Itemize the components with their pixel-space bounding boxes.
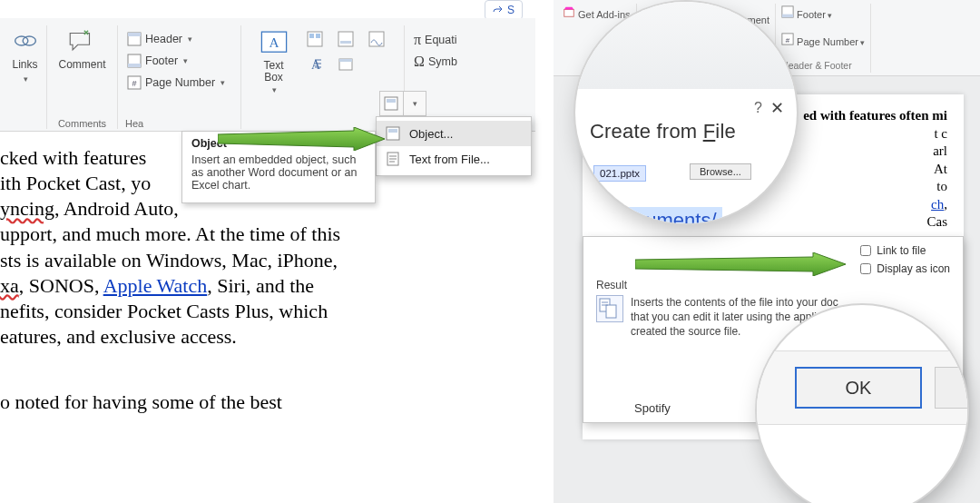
display-as-icon-label: Display as icon	[877, 262, 950, 275]
right-doc-line: to	[936, 179, 947, 193]
object-icon	[386, 126, 400, 141]
blank-cell	[300, 78, 329, 102]
filename-field[interactable]: 021.pptx	[593, 165, 646, 182]
right-doc-line: ed with features often mi	[803, 108, 947, 123]
comment-label: Comment	[58, 58, 105, 71]
omega-icon: Ω	[414, 54, 425, 70]
header-label: Header	[145, 33, 182, 45]
links-label: Links	[12, 58, 37, 71]
date-time-icon	[338, 56, 354, 73]
ribbon-group-links: Links ▾	[4, 25, 47, 129]
page-number-label: Page Number	[145, 76, 215, 89]
dialog-result-header: Result	[596, 279, 950, 291]
svg-text:#: #	[132, 79, 136, 88]
symbol-label: Symb	[428, 55, 457, 68]
menu-item-object[interactable]: Object...	[377, 121, 531, 146]
wordart-button[interactable]	[331, 27, 360, 51]
chevron-down-icon: ▾	[272, 85, 277, 94]
chevron-down-icon: ▾	[220, 78, 225, 87]
chevron-down-icon: ▾	[183, 56, 188, 65]
link-to-file-checkbox[interactable]: Link to file	[860, 244, 950, 257]
ribbon-group-header-footer: Header▾ Footer▾ # Page Number▾ Hea	[118, 25, 241, 129]
get-addins-label: Get Add-ins	[578, 9, 630, 20]
ribbon: Links ▾ Comment Comments Header▾ Footer▾	[0, 18, 535, 132]
chevron-down-icon: ▾	[24, 74, 28, 84]
wordart-icon	[338, 31, 354, 47]
header-button[interactable]: Header▾	[123, 29, 229, 49]
browse-button[interactable]: Browse...	[690, 163, 751, 180]
share-button[interactable]: S	[485, 0, 523, 20]
page-number-icon: #	[127, 75, 142, 90]
svg-rect-18	[339, 59, 352, 62]
footer-button[interactable]: Footer▾	[123, 51, 229, 71]
right-doc-line: arl	[933, 143, 947, 158]
link-to-file-label: Link to file	[877, 244, 926, 257]
equation-label: Equati	[425, 34, 456, 46]
page-number-icon: #	[781, 33, 794, 45]
pi-icon: π	[414, 32, 421, 48]
display-as-icon-checkbox[interactable]: Display as icon	[860, 262, 950, 275]
link-to-file-input[interactable]	[860, 245, 871, 256]
doc-line: eatures, and exclusive access.	[0, 325, 237, 348]
right-group-headerfooter: Footer▾ # Page Number▾ Header & Footer	[776, 4, 871, 73]
blank-cell	[331, 78, 360, 102]
ok-button[interactable]: OK	[795, 367, 922, 409]
object-split-button[interactable]: ▾	[379, 91, 426, 116]
right-footer-button[interactable]: Footer▾	[781, 5, 832, 20]
magnifier-top: ? ✕ Create from File 021.pptx Browse... …	[575, 2, 797, 223]
get-addins-button[interactable]: Get Add-ins	[563, 5, 631, 20]
right-doc-link[interactable]: ch	[931, 197, 944, 212]
result-icon	[596, 295, 623, 322]
doc-word-spellerror: xa	[0, 274, 19, 297]
equation-button[interactable]: π Equati	[410, 29, 461, 51]
object-icon	[384, 96, 398, 111]
doc-link-apple-watch[interactable]: Apple Watch	[103, 274, 208, 297]
signature-icon	[368, 31, 385, 47]
page-number-button[interactable]: # Page Number▾	[123, 73, 229, 93]
footer-label: Footer	[145, 54, 178, 67]
right-group-label-hf: Header & Footer	[781, 60, 852, 71]
svg-rect-33	[606, 305, 616, 318]
svg-rect-14	[340, 41, 351, 44]
object-button-dropdown[interactable]: ▾	[404, 92, 426, 115]
comment-button[interactable]: Comment	[54, 25, 109, 73]
svg-rect-3	[128, 33, 141, 36]
share-label: S	[507, 4, 514, 16]
drop-cap-button[interactable]: A	[300, 53, 329, 76]
doc-line: upport, and much more. At the time of th…	[0, 222, 340, 245]
dialog-help-button[interactable]: ?	[754, 100, 762, 116]
signature-button[interactable]	[362, 27, 391, 51]
header-icon	[127, 32, 142, 46]
object-button-main[interactable]	[380, 92, 404, 115]
comment-icon	[66, 27, 97, 54]
doc-line: o noted for having some of the best	[0, 390, 282, 413]
text-box-button[interactable]: A Text Box ▾	[255, 27, 293, 96]
links-button[interactable]: Links ▾	[6, 25, 44, 85]
quick-parts-button[interactable]	[300, 27, 329, 51]
store-icon	[563, 5, 575, 18]
share-icon	[493, 5, 504, 15]
right-doc-line: At	[934, 162, 947, 176]
create-from-file-tab[interactable]: Create from File	[590, 120, 736, 143]
doc-word-spellerror: yncing	[0, 197, 54, 220]
blank-cell	[362, 53, 391, 76]
left-panel: S Links ▾ Comment Comments Header▾	[0, 0, 535, 503]
doc-line: nefits, consider Pocket Casts Plus, whic…	[0, 300, 328, 322]
svg-point-1	[23, 36, 35, 45]
right-page-number-button[interactable]: # Page Number▾	[781, 33, 865, 47]
doc-line: , Siri, and the	[207, 274, 314, 297]
right-doc-line: t c	[934, 126, 947, 141]
symbol-button[interactable]: Ω Symb	[410, 51, 461, 73]
date-time-button[interactable]	[331, 53, 360, 76]
svg-rect-25	[564, 9, 574, 16]
menu-item-text-from-file-label: Text from File...	[409, 153, 490, 166]
doc-line: cked with features	[0, 146, 146, 169]
document-text: cked with features ith Pocket Cast, yo y…	[0, 145, 417, 415]
svg-text:#: #	[786, 36, 790, 44]
magnifier-bottom: OK	[757, 305, 967, 503]
drop-cap-icon: A	[307, 56, 323, 73]
dialog-close-button[interactable]: ✕	[770, 98, 784, 118]
text-box-label: Text Box	[263, 60, 283, 84]
display-as-icon-input[interactable]	[860, 263, 871, 274]
svg-rect-22	[388, 129, 397, 133]
